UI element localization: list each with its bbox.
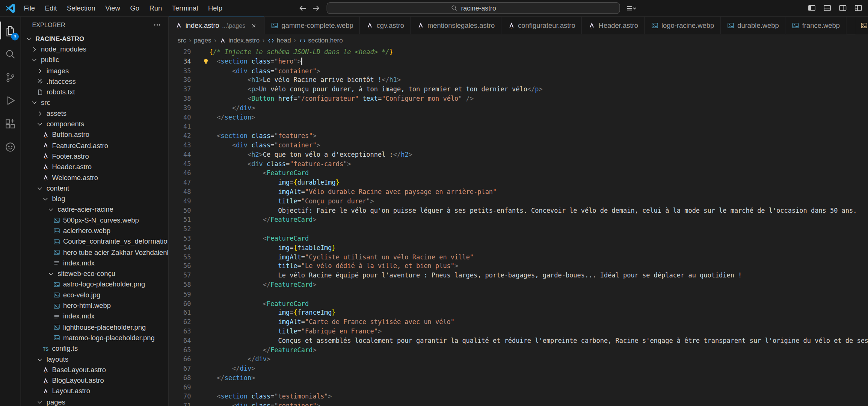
tree-item-blog[interactable]: blog (21, 194, 168, 204)
code-line-63[interactable]: 63 title="Fabriqué en France"> (169, 327, 868, 336)
layers-dropdown-icon[interactable] (625, 4, 636, 13)
activitybar-extensions[interactable] (0, 112, 21, 135)
tab-mentionslegales-astro[interactable]: mentionslegales.astro (411, 17, 501, 34)
code-line-53[interactable]: 53 <FeatureCard (169, 234, 868, 243)
tree-item-pages[interactable]: pages (21, 397, 168, 406)
code-line-42[interactable]: 42 <section class="features"> (169, 132, 868, 141)
tab-partial[interactable] (855, 17, 868, 34)
tree-item-src[interactable]: src (21, 97, 168, 108)
code-line-44[interactable]: 44 <h2>Ce que ton vélo a d'exceptionnel … (169, 150, 868, 159)
menu-go[interactable]: Go (125, 0, 144, 16)
code-line-59[interactable]: 59 (169, 289, 868, 299)
tree-item-siteweb-eco-con-u[interactable]: siteweb-eco-conçu (21, 268, 168, 279)
activitybar-source-control[interactable] (0, 65, 21, 89)
code-line-61[interactable]: 61 img={franceImg} (169, 308, 868, 318)
code-line-70[interactable]: 70 <section class="testimonials"> (169, 392, 868, 401)
tree-item-content[interactable]: content (21, 183, 168, 194)
code-line-50[interactable]: 50 Objectif: Faire le vélo qu'on puisse … (169, 206, 868, 215)
toggle-secondary-sidebar-icon[interactable] (839, 4, 847, 12)
tree-item-courbe-contrainte-vs-deformation-we[interactable]: Courbe_contrainte_vs_deformation.we... (21, 236, 168, 247)
tab-france-webp[interactable]: france.webp (786, 17, 847, 34)
tree-item-matomo-logo-placeholder-png[interactable]: matomo-logo-placeholder.png (21, 333, 168, 343)
code-line-46[interactable]: 46 <FeatureCard (169, 169, 868, 178)
code-line-47[interactable]: 47 img={durableImg} (169, 178, 868, 187)
code-line-66[interactable]: 66 </div> (169, 355, 868, 364)
code-line-56[interactable]: 56 title="Le vélo dédié à la ville, et b… (169, 262, 868, 271)
code-line-39[interactable]: 39 </div> (169, 103, 868, 113)
menu-run[interactable]: Run (144, 0, 167, 16)
tree-item-lighthouse-placeholder-png[interactable]: lighthouse-placeholder.png (21, 322, 168, 332)
menu-terminal[interactable]: Terminal (167, 0, 203, 16)
breadcrumb-head[interactable]: head (267, 37, 291, 44)
activitybar-copilot[interactable] (0, 135, 21, 159)
tree-item-config-ts[interactable]: TSconfig.ts (21, 343, 168, 354)
tab-logo-racine-webp[interactable]: logo-racine.webp (645, 17, 721, 34)
tree-item-acierhero-webp[interactable]: acierhero.webp (21, 226, 168, 236)
tree-item-robots-txt[interactable]: robots.txt (21, 87, 168, 97)
command-center-search[interactable]: racine-astro (327, 2, 620, 14)
code-line-55[interactable]: 55 imgAlt="Cycliste utilisant un vélo Ra… (169, 252, 868, 262)
code-line-51[interactable]: 51 </FeatureCard> (169, 215, 868, 224)
code-line-35[interactable]: 35 <div class="container"> (169, 66, 868, 76)
tree-item-500px-s-n-curves-webp[interactable]: 500px-S-N_curves.webp (21, 215, 168, 226)
menu-selection[interactable]: Selection (62, 0, 100, 16)
tree-item-htaccess[interactable]: .htaccess (21, 76, 168, 86)
code-line-68[interactable]: 68 </section> (169, 373, 868, 383)
lightbulb-icon[interactable] (202, 58, 210, 65)
tab-configurateur-astro[interactable]: configurateur.astro (501, 17, 582, 34)
code-line-40[interactable]: 40 </section> (169, 113, 868, 122)
tree-item-baselayout-astro[interactable]: BaseLayout.astro (21, 365, 168, 375)
tree-item-hero-tube-acier-zakhar-vozhdaienko-w[interactable]: hero tube acier Zakhar Vozhdaienko.w... (21, 247, 168, 258)
code-line-43[interactable]: 43 <div class="container"> (169, 141, 868, 150)
customize-layout-icon[interactable] (854, 4, 862, 12)
code-line-41[interactable]: 41 (169, 122, 868, 132)
tree-item-bloglayout-astro[interactable]: BlogLayout.astro (21, 376, 168, 386)
tab-header-astro[interactable]: Header.astro (582, 17, 645, 34)
menu-edit[interactable]: Edit (40, 0, 62, 16)
tree-item-astro-logo-placeholder-png[interactable]: astro-logo-placeholder.png (21, 279, 168, 290)
code-line-49[interactable]: 49 title="Conçu pour durer"> (169, 197, 868, 206)
activitybar-run-debug[interactable] (0, 89, 21, 112)
tree-item-eco-velo-jpg[interactable]: eco-velo.jpg (21, 290, 168, 300)
code-line-57[interactable]: 57 Le vélo Racine équipé pour l'aventure… (169, 271, 868, 280)
code-line-38[interactable]: 38 <Button href="/configurateur" text="C… (169, 94, 868, 104)
more-actions-icon[interactable] (153, 21, 162, 30)
tree-item-components[interactable]: components (21, 119, 168, 129)
code-line-67[interactable]: 67 </div> (169, 364, 868, 373)
tree-item-assets[interactable]: assets (21, 108, 168, 119)
tab-durable-webp[interactable]: durable.webp (721, 17, 786, 34)
code-line-69[interactable]: 69 (169, 383, 868, 392)
menu-view[interactable]: View (100, 0, 125, 16)
toggle-panel-icon[interactable] (823, 4, 832, 12)
breadcrumb-src[interactable]: src (178, 37, 186, 44)
activitybar-search[interactable] (0, 42, 21, 65)
code-line-62[interactable]: 62 imgAlt="Carte de France stylisée avec… (169, 318, 868, 327)
code-line-52[interactable]: 52 (169, 224, 868, 234)
code-line-58[interactable]: 58 </FeatureCard> (169, 280, 868, 290)
activitybar-explorer[interactable]: 3 (0, 19, 21, 42)
code-line-29[interactable]: 29 {/* Injecte le schéma JSON-LD dans le… (169, 48, 868, 57)
tree-item-index-mdx[interactable]: index.mdx (21, 311, 168, 322)
forward-icon[interactable] (312, 4, 321, 13)
tree-item-layouts[interactable]: layouts (21, 354, 168, 365)
tree-item-images[interactable]: images (21, 65, 168, 76)
tree-item-index-mdx[interactable]: index.mdx (21, 258, 168, 268)
tab-cgv-astro[interactable]: cgv.astro (360, 17, 411, 34)
code-line-65[interactable]: 65 </FeatureCard> (169, 345, 868, 355)
tree-item-header-astro[interactable]: Header.astro (21, 162, 168, 172)
toggle-primary-sidebar-icon[interactable] (808, 4, 816, 12)
tree-item-layout-astro[interactable]: Layout.astro (21, 386, 168, 397)
tree-item-cadre-acier-racine[interactable]: cadre-acier-racine (21, 204, 168, 215)
tab-index-astro[interactable]: index.astro...\pages (169, 17, 265, 34)
breadcrumb-section-hero[interactable]: section.hero (299, 37, 343, 44)
breadcrumb-index-astro[interactable]: index.astro (219, 37, 260, 44)
tree-item-node-modules[interactable]: node_modules (21, 44, 168, 55)
code-line-37[interactable]: 37 <p>Un vélo conçu pour durer, à ton im… (169, 85, 868, 94)
tree-item-footer-astro[interactable]: Footer.astro (21, 151, 168, 161)
close-icon[interactable] (249, 21, 258, 30)
code-line-36[interactable]: 36 <h1>Le vélo Racine arrive bientôt !</… (169, 76, 868, 85)
tree-item-welcome-astro[interactable]: Welcome.astro (21, 172, 168, 183)
code-line-34[interactable]: 34 <section class="hero"> (169, 57, 868, 67)
menu-help[interactable]: Help (203, 0, 227, 16)
code-line-54[interactable]: 54 img={fiableImg} (169, 243, 868, 253)
